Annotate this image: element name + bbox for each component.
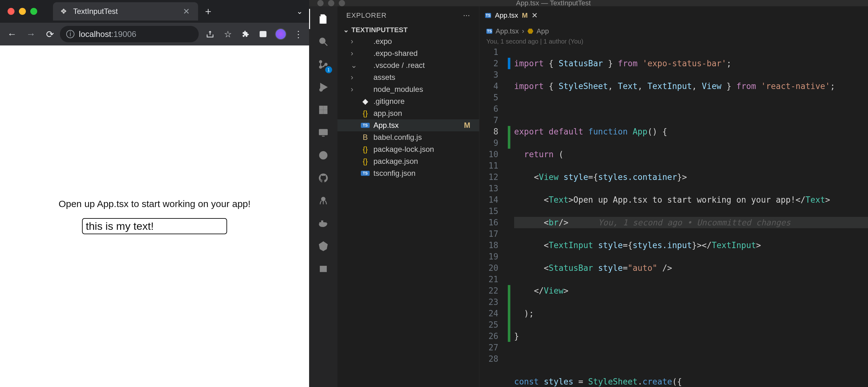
tab-close-button[interactable]: ✕ — [181, 7, 192, 17]
tree-item-assets[interactable]: ›assets — [338, 71, 479, 83]
kubernetes-icon[interactable] — [316, 239, 331, 254]
svg-point-5 — [319, 66, 322, 68]
back-button[interactable]: ← — [3, 25, 21, 43]
activity-bar: 1 — [309, 6, 338, 387]
tree-item-babel-config-js[interactable]: Bbabel.config.js — [338, 131, 479, 143]
close-window-button[interactable] — [7, 8, 14, 15]
root-name: TEXTINPUTTEST — [351, 26, 407, 34]
svg-point-7 — [320, 88, 323, 91]
extensions-icon[interactable] — [238, 27, 253, 42]
tab-strip-area: ❖ TextInputTest ✕ ＋ ⌄ — [0, 0, 309, 23]
maximize-window-button[interactable] — [30, 8, 37, 15]
tree-item--expo-shared[interactable]: ›.expo-shared — [338, 47, 479, 59]
forward-button[interactable]: → — [22, 25, 40, 43]
scm-badge: 1 — [325, 66, 332, 73]
explorer-icon[interactable] — [316, 11, 331, 27]
browser-window: ❖ TextInputTest ✕ ＋ ⌄ ← → ⟳ i localhost:… — [0, 0, 309, 387]
tree-item-node-modules[interactable]: ›node_modules — [338, 83, 479, 95]
browser-toolbar: ← → ⟳ i localhost:19006 ☆ ⋮ — [0, 23, 309, 46]
browser-tab-active[interactable]: ❖ TextInputTest ✕ — [53, 2, 198, 21]
source-control-icon[interactable]: 1 — [316, 57, 331, 72]
tab-strip: ❖ TextInputTest ✕ ＋ ⌄ — [53, 2, 309, 21]
tab-title: TextInputTest — [73, 7, 181, 16]
editor-area: TS App.tsx M ✕ TS App.tsx › ⬣ App You, 1… — [479, 6, 868, 387]
svg-point-4 — [319, 61, 322, 63]
tree-item-label: .vscode / .react — [373, 61, 425, 70]
vscode-minimize-button[interactable] — [328, 0, 334, 6]
tree-item-package-json[interactable]: {}package.json — [338, 155, 479, 167]
panel-icon[interactable] — [255, 27, 271, 42]
js-icon: B — [361, 133, 370, 142]
toolbar-right: ☆ ⋮ — [203, 27, 306, 42]
explorer-header: EXPLORER ⋯ — [338, 6, 479, 25]
more-icon[interactable] — [316, 261, 331, 276]
ts-file-icon: TS — [486, 29, 492, 34]
search-icon[interactable] — [316, 34, 331, 49]
svg-rect-10 — [323, 110, 327, 114]
tree-item-label: node_modules — [373, 85, 423, 94]
svg-rect-11 — [323, 106, 327, 110]
url-host: localhost — [79, 29, 111, 39]
tree-item-app-tsx[interactable]: TSApp.tsxM — [338, 119, 479, 131]
svg-rect-0 — [260, 31, 266, 37]
vscode-close-button[interactable] — [317, 0, 323, 6]
profile-avatar[interactable] — [273, 27, 288, 42]
chevron-down-icon: ⌄ — [351, 61, 357, 70]
svg-point-16 — [321, 197, 325, 201]
tree-item-app-json[interactable]: {}app.json — [338, 107, 479, 119]
tree-item-label: package-lock.json — [373, 145, 434, 154]
address-bar[interactable]: i localhost:19006 — [60, 26, 199, 42]
tabs-dropdown-button[interactable]: ⌄ — [297, 7, 303, 16]
svg-point-22 — [322, 245, 325, 248]
tree-root[interactable]: ⌄ TEXTINPUTTEST — [338, 25, 479, 35]
share-icon[interactable] — [203, 27, 218, 42]
code-content[interactable]: import { StatusBar } from 'expo-status-b… — [510, 47, 868, 387]
explorer-title: EXPLORER — [346, 11, 387, 20]
git-icon: ◆ — [361, 97, 370, 106]
breadcrumb[interactable]: TS App.tsx › ⬣ App — [479, 25, 868, 38]
chevron-down-icon: ⌄ — [343, 26, 349, 34]
app-text-input[interactable] — [82, 218, 227, 234]
explorer-more-icon[interactable]: ⋯ — [463, 11, 470, 20]
tree-item--vscode----react[interactable]: ⌄.vscode / .react — [338, 59, 479, 71]
tree-item--expo[interactable]: ›.expo — [338, 35, 479, 47]
site-info-icon[interactable]: i — [66, 30, 74, 38]
explorer-panel: EXPLORER ⋯ ⌄ TEXTINPUTTEST ›.expo›.expo-… — [338, 6, 479, 387]
minimize-window-button[interactable] — [19, 8, 26, 15]
browser-menu-icon[interactable]: ⋮ — [291, 27, 306, 42]
new-tab-button[interactable]: ＋ — [203, 4, 213, 18]
ts-icon: TS — [361, 123, 370, 128]
github-icon[interactable] — [316, 171, 331, 186]
vscode-titlebar: App.tsx — TextInputTest — [309, 0, 868, 6]
gitlens-icon[interactable] — [316, 193, 331, 208]
bookmark-icon[interactable]: ☆ — [220, 27, 235, 42]
editor-tab-close-button[interactable]: ✕ — [531, 11, 538, 20]
tree-item-label: assets — [373, 73, 395, 82]
editor-tab-status: M — [522, 11, 528, 20]
editor-tab-active[interactable]: TS App.tsx M ✕ — [479, 6, 544, 25]
tree-item-label: .expo-shared — [373, 49, 417, 58]
editor-tabs: TS App.tsx M ✕ — [479, 6, 868, 25]
svg-point-13 — [324, 133, 327, 135]
chevron-right-icon: › — [351, 73, 357, 82]
docker-icon[interactable] — [316, 216, 331, 231]
file-status-badge: M — [464, 121, 470, 130]
code-editor[interactable]: 1234567891011121314151617181920212223242… — [479, 47, 868, 387]
vscode-body: 1 — [309, 6, 868, 387]
svg-point-6 — [325, 63, 327, 65]
chevron-right-icon: › — [351, 85, 357, 94]
extensions-view-icon[interactable] — [316, 102, 331, 117]
ts-icon: TS — [361, 171, 370, 176]
tree-item-label: babel.config.js — [373, 133, 422, 142]
remote-icon[interactable] — [316, 125, 331, 140]
tree-item--gitignore[interactable]: ◆.gitignore — [338, 95, 479, 107]
tree-item-package-lock-json[interactable]: {}package-lock.json — [338, 143, 479, 155]
run-debug-icon[interactable] — [316, 80, 331, 95]
timeline-icon[interactable] — [316, 148, 331, 163]
reload-button[interactable]: ⟳ — [41, 25, 59, 43]
tree-item-label: .gitignore — [373, 97, 405, 106]
vscode-maximize-button[interactable] — [339, 0, 345, 6]
tree-item-tsconfig-json[interactable]: TStsconfig.json — [338, 167, 479, 179]
svg-rect-20 — [321, 221, 323, 222]
breadcrumb-file: App.tsx — [496, 27, 519, 35]
